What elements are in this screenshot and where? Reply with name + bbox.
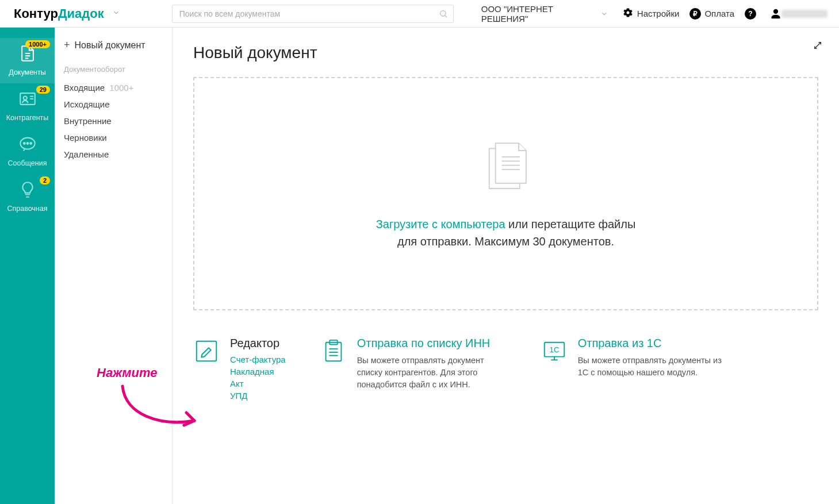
card-onec[interactable]: 1С Отправка из 1С Вы можете отправлять д…: [541, 337, 727, 403]
rail-contractors[interactable]: 29 Контрагенты: [0, 83, 55, 129]
settings-label: Настройки: [637, 9, 680, 18]
user-name-blurred: [781, 10, 827, 18]
rail-messages-label: Сообщения: [0, 159, 55, 167]
rail-help[interactable]: 2 Справочная: [0, 174, 55, 220]
inn-title: Отправка по списку ИНН: [357, 337, 507, 350]
subnav-inbox-label: Входящие: [64, 83, 105, 93]
question-icon: ?: [745, 8, 756, 20]
plus-icon: +: [64, 39, 70, 51]
left-rail: 1000+ Документы 29 Контрагенты Сообщения…: [0, 28, 55, 504]
page-title: Новый документ: [193, 44, 818, 62]
rail-documents-badge: 1000+: [25, 40, 50, 48]
search-input[interactable]: [172, 5, 454, 23]
drop-rest: или перетащите файлы: [505, 218, 636, 230]
contractors-icon: [18, 89, 37, 110]
rail-documents[interactable]: 1000+ Документы: [0, 38, 55, 83]
rail-help-label: Справочная: [0, 205, 55, 213]
dropzone-text: Загрузите с компьютера или перетащите фа…: [376, 216, 636, 250]
documents-stack-icon: [474, 138, 538, 203]
onec-icon: 1С: [541, 337, 570, 403]
subnav-inbox-count: 1000+: [109, 83, 133, 93]
top-header: КонтурДиадок ООО "ИНТЕРНЕТ РЕШЕНИЯ" Наст…: [0, 0, 839, 28]
drop-line2: для отправки. Максимум 30 документов.: [397, 235, 614, 248]
user-menu[interactable]: [770, 8, 827, 20]
subnav-deleted-label: Удаленные: [64, 149, 109, 159]
subnav-drafts[interactable]: Черновики: [64, 129, 163, 146]
subnav-internal-label: Внутренние: [64, 116, 112, 126]
subnav-deleted[interactable]: Удаленные: [64, 146, 163, 163]
payment-label: Оплата: [704, 9, 734, 18]
inn-desc: Вы можете отправлять документ списку кон…: [357, 355, 507, 391]
svg-point-10: [23, 143, 25, 144]
messages-icon: [18, 134, 37, 156]
action-cards: Нажмите Редактор Счет-фактура Накладная …: [193, 337, 818, 403]
onec-title: Отправка из 1С: [578, 337, 727, 350]
onec-desc: Вы можете отправлять документы из 1С с п…: [578, 355, 727, 379]
upload-link[interactable]: Загрузите с компьютера: [376, 218, 505, 230]
logo-part2: Диадок: [58, 6, 104, 21]
editor-link-list: Счет-фактура Накладная Акт УПД: [230, 355, 286, 401]
editor-link-invoice[interactable]: Счет-фактура: [230, 355, 286, 364]
payment-link[interactable]: ₽ Оплата: [689, 8, 734, 20]
editor-title: Редактор: [230, 337, 286, 350]
new-document-button[interactable]: + Новый документ: [64, 39, 163, 51]
gear-icon: [622, 7, 637, 20]
editor-icon: [193, 337, 222, 403]
search-wrap: [172, 5, 454, 23]
ruble-icon: ₽: [689, 8, 701, 20]
subnav-inbox[interactable]: Входящие 1000+: [64, 79, 163, 96]
main-area: Новый документ: [173, 28, 839, 504]
editor-link-upd[interactable]: УПД: [230, 391, 286, 401]
logo[interactable]: КонтурДиадок: [14, 6, 104, 21]
svg-rect-18: [197, 341, 217, 361]
card-inn[interactable]: Отправка по списку ИНН Вы можете отправл…: [320, 337, 507, 403]
expand-icon[interactable]: [813, 40, 823, 52]
svg-point-0: [440, 10, 445, 16]
svg-text:1С: 1С: [549, 345, 559, 354]
editor-link-waybill[interactable]: Накладная: [230, 367, 286, 376]
help-icon[interactable]: ?: [745, 8, 760, 20]
svg-line-13: [815, 43, 821, 49]
subnav-section-label: Документооборот: [64, 65, 163, 74]
rail-messages[interactable]: Сообщения: [0, 129, 55, 174]
rail-contractors-label: Контрагенты: [0, 114, 55, 122]
svg-line-1: [445, 16, 447, 17]
rail-contractors-badge: 29: [36, 86, 50, 94]
card-editor: Нажмите Редактор Счет-фактура Накладная …: [193, 337, 286, 403]
subnav-outbox[interactable]: Исходящие: [64, 96, 163, 113]
subnav-internal[interactable]: Внутренние: [64, 113, 163, 129]
subnav: + Новый документ Документооборот Входящи…: [55, 28, 173, 504]
editor-link-act[interactable]: Акт: [230, 379, 286, 388]
org-selector[interactable]: ООО "ИНТЕРНЕТ РЕШЕНИЯ": [481, 4, 612, 24]
logo-part1: Контур: [14, 6, 58, 21]
search-icon[interactable]: [439, 9, 448, 20]
subnav-outbox-label: Исходящие: [64, 99, 110, 109]
rail-documents-label: Документы: [0, 68, 55, 76]
clipboard-icon: [320, 337, 349, 403]
chevron-down-icon[interactable]: [112, 9, 120, 18]
lightbulb-icon: [18, 180, 37, 201]
new-document-label: Новый документ: [75, 40, 145, 51]
svg-point-6: [23, 96, 26, 99]
org-name: ООО "ИНТЕРНЕТ РЕШЕНИЯ": [481, 4, 597, 24]
settings-link[interactable]: Настройки: [622, 7, 680, 20]
svg-point-12: [30, 143, 32, 144]
subnav-drafts-label: Черновики: [64, 133, 107, 143]
svg-point-11: [26, 143, 28, 144]
user-icon: [770, 8, 781, 20]
rail-help-badge: 2: [40, 176, 50, 184]
upload-dropzone[interactable]: Загрузите с компьютера или перетащите фа…: [193, 77, 818, 310]
